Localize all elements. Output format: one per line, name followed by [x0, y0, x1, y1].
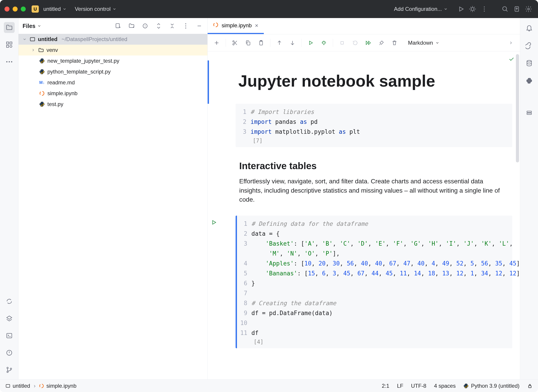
tree-root[interactable]: untitled ~/DataspellProjects/untitled	[19, 34, 208, 45]
delete-cell-button[interactable]	[390, 39, 399, 47]
run-cell-button[interactable]	[307, 39, 315, 47]
notifications-button[interactable]	[524, 23, 534, 33]
tree-item-py-3[interactable]: test.py	[19, 99, 208, 110]
warning-icon	[6, 349, 13, 356]
run-all-button[interactable]	[364, 39, 372, 47]
tree-item-venv[interactable]: venv	[19, 45, 208, 56]
cursor-position[interactable]: 2:1	[382, 383, 389, 389]
arrow-up-icon	[276, 40, 282, 46]
reader-mode-button[interactable]	[527, 383, 533, 389]
clear-outputs-button[interactable]	[377, 39, 385, 47]
module-icon	[29, 36, 36, 42]
debug-cell-button[interactable]	[320, 39, 328, 47]
file-encoding[interactable]: UTF-8	[411, 383, 426, 389]
python-console-button[interactable]	[524, 76, 534, 86]
cell-type-dropdown[interactable]: Markdown	[408, 40, 439, 46]
tree-item-ipynb[interactable]: simple.ipynb	[19, 88, 208, 99]
more-tools-button[interactable]	[4, 56, 15, 67]
app-window: U untitled Version control Add Configura…	[0, 0, 538, 392]
line-separator[interactable]: LF	[397, 383, 403, 389]
project-dropdown[interactable]: untitled	[42, 5, 68, 13]
run-config-dropdown[interactable]: Add Configuration...	[392, 5, 449, 13]
run-button[interactable]	[456, 4, 466, 14]
debug-button[interactable]	[467, 4, 477, 14]
services-button[interactable]	[4, 313, 15, 324]
minimize-window-button[interactable]	[13, 7, 18, 11]
svg-point-11	[6, 61, 7, 62]
copy-cell-button[interactable]	[244, 39, 252, 47]
sidebar-more-button[interactable]	[182, 22, 190, 30]
vcs-tool-button[interactable]	[4, 364, 15, 375]
tree-root-label: untitled	[38, 36, 57, 42]
svg-point-39	[40, 384, 43, 388]
jupyter-vars-button[interactable]	[524, 108, 534, 118]
add-cell-button[interactable]	[212, 39, 221, 47]
more-button[interactable]	[479, 4, 489, 14]
move-cell-down-button[interactable]	[288, 39, 297, 47]
tree-item-py-2[interactable]: python_template_script.py	[19, 66, 208, 77]
updates-button[interactable]	[512, 4, 522, 14]
collapse-all-button[interactable]	[168, 22, 176, 30]
scrollbar-thumb[interactable]	[516, 54, 519, 162]
select-opened-button[interactable]	[141, 22, 149, 30]
chevron-right-icon	[509, 41, 513, 45]
cut-cell-button[interactable]	[231, 39, 239, 47]
expand-all-button[interactable]	[155, 22, 163, 30]
vcs-dropdown[interactable]: Version control	[73, 5, 118, 13]
svg-point-26	[40, 91, 44, 95]
breadcrumb-file: simple.ipynb	[46, 383, 76, 389]
tree-item-py-1[interactable]: new_template_jupyter_test.py	[19, 56, 208, 66]
search-everywhere-button[interactable]	[500, 4, 510, 14]
folder-icon	[6, 24, 13, 31]
database-button[interactable]	[524, 58, 534, 68]
python-packages-button[interactable]	[4, 296, 15, 307]
close-tab-button[interactable]: ×	[255, 22, 258, 29]
new-dir-button[interactable]	[127, 22, 136, 30]
line-number: 11	[239, 328, 251, 338]
toolbar-overflow-button[interactable]	[507, 39, 515, 47]
tree-item-md[interactable]: M↓ readme.md	[19, 77, 208, 88]
move-cell-up-button[interactable]	[275, 39, 283, 47]
python-interpreter[interactable]: Python 3.9 (untitled)	[463, 383, 519, 389]
close-window-button[interactable]	[5, 7, 9, 11]
code-cell-dataframe[interactable]: 1# Defining data for the dataframe 2data…	[236, 216, 512, 348]
line-number: 3	[239, 239, 251, 248]
zoom-window-button[interactable]	[21, 7, 26, 11]
line-number: 1	[238, 107, 250, 117]
editor-tabs: simple.ipynb ×	[208, 18, 520, 34]
svg-rect-40	[529, 386, 531, 388]
target-icon	[142, 23, 148, 29]
python-file-icon	[39, 101, 45, 107]
indent-setting[interactable]: 4 spaces	[434, 383, 456, 389]
terminal-button[interactable]	[4, 330, 15, 341]
problems-button[interactable]	[4, 347, 15, 358]
new-folder-icon	[128, 23, 135, 29]
markdown-cell-tables[interactable]: Interactive tables Effortlessly view, na…	[208, 154, 520, 216]
tree-item-label: simple.ipynb	[47, 90, 77, 97]
project-tool-button[interactable]	[4, 22, 15, 33]
hide-sidebar-button[interactable]	[195, 22, 203, 30]
line-number: 4	[239, 258, 251, 268]
paste-cell-button[interactable]	[257, 39, 265, 47]
breadcrumb[interactable]: untitled › simple.ipynb	[5, 383, 76, 389]
svg-rect-34	[341, 42, 344, 44]
svg-rect-9	[7, 45, 9, 47]
file-tree: untitled ~/DataspellProjects/untitled ve…	[19, 34, 208, 110]
folder-icon	[38, 47, 44, 53]
new-file-button[interactable]	[114, 22, 122, 30]
structure-tool-button[interactable]	[4, 39, 15, 50]
settings-button[interactable]	[524, 4, 533, 14]
tab-simple-ipynb[interactable]: simple.ipynb ×	[208, 18, 264, 34]
restart-button[interactable]	[351, 39, 359, 47]
run-cell-gutter-button[interactable]	[211, 219, 217, 226]
code-cell-imports[interactable]: 1# Import libraries 2import pandas as pd…	[236, 104, 512, 147]
clipboard-arrow-icon	[513, 5, 520, 13]
svg-point-33	[323, 42, 325, 44]
ai-assistant-button[interactable]	[524, 41, 534, 51]
search-icon	[501, 5, 509, 13]
interrupt-button[interactable]	[338, 39, 346, 47]
markdown-h2: Interactive tables	[239, 161, 506, 171]
expand-icon	[156, 23, 161, 29]
markdown-cell-title[interactable]: Jupyter notebook sample	[208, 61, 520, 104]
sidebar-title-dropdown[interactable]: Files	[23, 23, 41, 29]
